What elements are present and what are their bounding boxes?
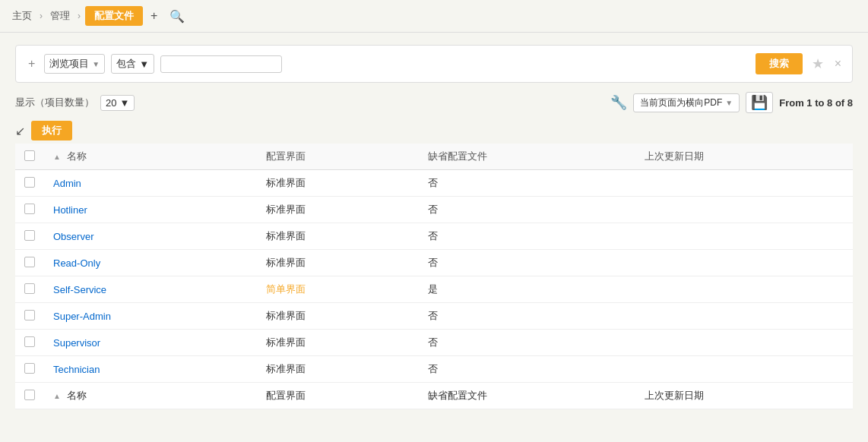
row-checkbox[interactable] [24,204,35,214]
row-checkbox[interactable] [24,177,35,188]
search-button[interactable]: 搜索 [756,53,803,74]
header-default-config: 缺省配置文件 [419,144,636,170]
header-name[interactable]: ▲ 名称 [44,144,257,170]
row-config-ui: 标准界面 [257,197,419,223]
header-name-label: 名称 [67,150,87,162]
row-checkbox-col [15,197,44,223]
row-checkbox-col [15,170,44,197]
row-name[interactable]: Read-Only [44,250,257,276]
row-last-updated [635,250,853,276]
row-checkbox-col [15,330,44,356]
row-last-updated [635,197,853,223]
row-name[interactable]: Super-Admin [44,303,257,330]
breadcrumb-home[interactable]: 主页 [9,8,35,24]
row-checkbox[interactable] [24,257,35,267]
close-icon[interactable]: × [833,57,843,71]
search-bar: + 浏览项目 ▼ 包含 ▼ 搜索 ★ × [15,45,853,83]
row-checkbox[interactable] [24,336,35,347]
row-config-ui: 标准界面 [257,303,419,330]
data-table: ▲ 名称 配置界面 缺省配置文件 上次更新日期 Admin标准界面否Hotlin… [15,144,853,409]
row-name[interactable]: Hotliner [44,197,257,223]
row-name[interactable]: Admin [44,170,257,197]
breadcrumb-current: 配置文件 [85,6,143,26]
favorite-icon[interactable]: ★ [809,55,827,72]
row-default-config: 否 [419,170,636,197]
row-config-ui: 简单界面 [257,276,419,303]
row-default-config: 否 [419,197,636,223]
sort-icon[interactable]: ↙ [15,124,25,138]
row-default-config: 否 [419,223,636,250]
row-checkbox[interactable] [24,283,35,294]
row-config-ui: 标准界面 [257,330,419,356]
row-last-updated [635,303,853,330]
filter-type-dropdown[interactable]: 浏览项目 ▼ [44,54,105,74]
execute-button[interactable]: 执行 [31,121,72,140]
display-count-value: 20 [106,97,116,109]
header-config-ui: 配置界面 [257,144,419,170]
filter-type-label: 浏览项目 [49,57,89,71]
export-dropdown[interactable]: 当前页面为横向PDF ▼ [633,93,740,112]
export-arrow: ▼ [725,99,733,107]
header-checkbox-col [15,144,44,170]
breadcrumb-admin[interactable]: 管理 [47,8,73,24]
table-row: Super-Admin标准界面否 [15,303,853,330]
row-last-updated [635,330,853,356]
row-checkbox[interactable] [24,363,35,374]
action-row: ↙ 执行 [15,121,853,140]
display-label: 显示（项目数量） [15,96,94,109]
footer-default-config: 缺省配置文件 [419,383,636,409]
filter-type-arrow: ▼ [92,60,100,68]
search-nav-icon[interactable]: 🔍 [165,8,189,25]
row-default-config: 否 [419,330,636,356]
display-count-dropdown[interactable]: 20 ▼ [100,95,135,111]
row-checkbox-col [15,303,44,330]
footer-name[interactable]: ▲ 名称 [44,383,257,409]
row-name[interactable]: Observer [44,223,257,250]
table-row: Observer标准界面否 [15,223,853,250]
row-checkbox-col [15,250,44,276]
add-icon[interactable]: + [146,8,162,24]
row-checkbox[interactable] [24,310,35,320]
wrench-icon[interactable]: 🔧 [610,94,627,111]
footer-name-label: 名称 [67,390,87,401]
row-last-updated [635,223,853,250]
filter-condition-label: 包含 [116,57,136,71]
row-last-updated [635,276,853,303]
table-row: Read-Only标准界面否 [15,250,853,276]
filter-condition-arrow: ▼ [139,58,149,70]
save-icon[interactable]: 💾 [746,92,773,113]
row-default-config: 否 [419,303,636,330]
row-checkbox-col [15,356,44,383]
name-sort-arrow: ▲ [53,153,61,161]
main-content: + 浏览项目 ▼ 包含 ▼ 搜索 ★ × 显示（项目数量） 20 ▼ 🔧 当前页… [0,33,868,421]
search-input[interactable] [160,55,282,73]
select-all-checkbox[interactable] [24,150,35,161]
filter-condition-dropdown[interactable]: 包含 ▼ [111,54,154,74]
row-config-ui: 标准界面 [257,250,419,276]
footer-select-all-checkbox[interactable] [24,390,35,400]
header-last-updated: 上次更新日期 [635,144,853,170]
row-name[interactable]: Self-Service [44,276,257,303]
row-default-config: 否 [419,250,636,276]
pagination-text: From 1 to 8 of 8 [779,97,853,109]
row-name[interactable]: Technician [44,356,257,383]
row-checkbox-col [15,276,44,303]
footer-config-ui: 配置界面 [257,383,419,409]
breadcrumb: 主页 › 管理 › 配置文件 + 🔍 [0,0,868,33]
table-footer-row: ▲ 名称 配置界面 缺省配置文件 上次更新日期 [15,383,853,409]
footer-checkbox-col [15,383,44,409]
row-checkbox[interactable] [24,230,35,241]
table-row: Hotliner标准界面否 [15,197,853,223]
row-name[interactable]: Supervisor [44,330,257,356]
table-row: Technician标准界面否 [15,356,853,383]
footer-last-updated: 上次更新日期 [635,383,853,409]
simple-ui-label: 简单界面 [266,283,306,295]
row-default-config: 是 [419,276,636,303]
row-config-ui: 标准界面 [257,356,419,383]
row-last-updated [635,356,853,383]
footer-name-sort-arrow: ▲ [53,392,61,400]
table-row: Admin标准界面否 [15,170,853,197]
filter-add-button[interactable]: + [25,57,38,71]
row-config-ui: 标准界面 [257,170,419,197]
toolbar-row: 显示（项目数量） 20 ▼ 🔧 当前页面为横向PDF ▼ 💾 From 1 to… [15,92,853,113]
